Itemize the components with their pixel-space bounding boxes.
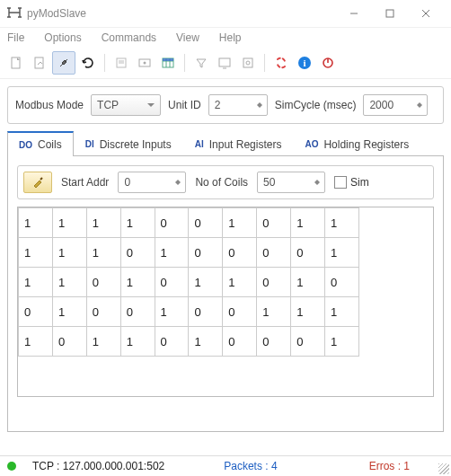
new-icon[interactable] (5, 52, 27, 74)
status-connection: TCP : 127.000.000.001:502 (32, 460, 164, 472)
start-addr-input[interactable]: 0 (118, 172, 186, 193)
statusbar: TCP : 127.000.000.001:502 Packets : 4 Er… (0, 455, 451, 476)
coil-cell[interactable]: 0 (257, 208, 291, 238)
coil-cell[interactable]: 1 (189, 327, 223, 357)
coil-cell[interactable]: 0 (257, 238, 291, 268)
coil-cell[interactable]: 1 (325, 327, 359, 357)
refresh-icon[interactable] (77, 52, 99, 74)
table-row: 1011010001 (19, 327, 359, 357)
coil-cell[interactable]: 0 (189, 297, 223, 327)
coil-cell[interactable]: 1 (86, 327, 120, 357)
coil-cell[interactable]: 1 (223, 208, 257, 238)
simcycle-label: SimCycle (msec) (275, 99, 357, 111)
screen-icon[interactable] (214, 52, 235, 74)
coil-cell[interactable]: 0 (325, 268, 359, 297)
coil-cell[interactable]: 1 (19, 208, 53, 238)
tab-discrete-inputs[interactable]: DIDiscrete Inputs (74, 131, 183, 156)
table-row: 1111001011 (19, 208, 359, 238)
connect-icon[interactable] (52, 51, 75, 75)
status-errors: Erros : 1 (369, 460, 410, 472)
menu-help[interactable]: Help (216, 30, 245, 46)
coil-cell[interactable]: 1 (325, 238, 359, 268)
separator (264, 54, 265, 72)
open-icon[interactable] (29, 52, 50, 74)
coil-cell[interactable]: 0 (257, 327, 291, 357)
coil-cell[interactable]: 1 (86, 208, 120, 238)
coil-cell[interactable]: 1 (52, 268, 86, 297)
sim-checkbox[interactable]: Sim (334, 176, 369, 190)
coil-cell[interactable]: 0 (155, 268, 189, 297)
app-icon (7, 6, 22, 21)
coil-cell[interactable]: 0 (86, 297, 120, 327)
tab-body: Start Addr 0 No of Coils 50 Sim 11110010… (7, 156, 444, 432)
monitor-icon[interactable] (134, 52, 155, 74)
table-icon[interactable] (157, 52, 179, 74)
coil-cell[interactable]: 1 (19, 327, 53, 357)
note-icon[interactable] (111, 52, 132, 74)
coil-cell[interactable]: 0 (19, 297, 53, 327)
minimize-button[interactable] (336, 0, 372, 27)
coil-cell[interactable]: 0 (155, 327, 189, 357)
settings-icon[interactable] (237, 52, 259, 74)
coil-cell[interactable]: 0 (120, 297, 155, 327)
coil-cell[interactable]: 1 (155, 297, 189, 327)
resize-grip-icon[interactable] (438, 463, 449, 474)
no-of-coils-input[interactable]: 50 (257, 172, 325, 193)
info-icon[interactable]: i (294, 52, 315, 74)
coil-cell[interactable]: 1 (120, 268, 155, 297)
svg-rect-8 (219, 58, 230, 66)
coil-cell[interactable]: 1 (291, 297, 325, 327)
svg-text:i: i (303, 57, 305, 68)
menu-options[interactable]: Options (40, 30, 84, 46)
coil-cell[interactable]: 1 (19, 238, 53, 268)
unit-id-input[interactable]: 2 (208, 94, 268, 116)
coil-cell[interactable]: 0 (223, 297, 257, 327)
coil-cell[interactable]: 1 (52, 297, 86, 327)
coil-cell[interactable]: 1 (120, 208, 155, 238)
menu-commands[interactable]: Commands (98, 30, 160, 46)
coil-cell[interactable]: 1 (291, 268, 325, 297)
coil-cell[interactable]: 1 (52, 238, 86, 268)
coil-cell[interactable]: 0 (189, 238, 223, 268)
coil-cell[interactable]: 0 (291, 238, 325, 268)
coil-cell[interactable]: 0 (223, 238, 257, 268)
clear-button[interactable] (23, 172, 52, 193)
coil-cell[interactable]: 1 (120, 327, 155, 357)
menu-view[interactable]: View (172, 30, 203, 46)
coil-cell[interactable]: 0 (155, 208, 189, 238)
coil-cell[interactable]: 1 (223, 268, 257, 297)
coil-cell[interactable]: 1 (291, 208, 325, 238)
coil-cell[interactable]: 1 (325, 208, 359, 238)
coil-cell[interactable]: 0 (257, 268, 291, 297)
coil-grid[interactable]: 1111001011111010000111010110100100100111… (17, 207, 434, 397)
coil-cell[interactable]: 0 (86, 268, 120, 297)
coil-cell[interactable]: 1 (155, 238, 189, 268)
svg-point-5 (144, 62, 146, 65)
coil-cell[interactable]: 1 (86, 238, 120, 268)
modbus-mode-select[interactable]: TCP (91, 94, 161, 116)
help-icon[interactable] (270, 52, 292, 74)
coil-cell[interactable]: 0 (120, 238, 155, 268)
coil-cell[interactable]: 1 (257, 297, 291, 327)
tabs: DOCoils DIDiscrete Inputs AIInput Regist… (7, 131, 444, 156)
coil-cell[interactable]: 0 (52, 327, 86, 357)
tab-coils[interactable]: DOCoils (7, 131, 74, 156)
menu-file[interactable]: File (4, 30, 28, 46)
table-row: 1101011010 (19, 268, 359, 297)
coil-cell[interactable]: 1 (189, 268, 223, 297)
simcycle-input[interactable]: 2000 (363, 94, 428, 116)
coil-cell[interactable]: 1 (325, 297, 359, 327)
coil-cell[interactable]: 0 (291, 327, 325, 357)
tab-holding-registers[interactable]: AOHolding Registers (293, 131, 420, 156)
coil-cell[interactable]: 1 (52, 208, 86, 238)
close-button[interactable] (408, 0, 444, 27)
status-led-icon (7, 462, 16, 471)
coil-cell[interactable]: 0 (189, 208, 223, 238)
coil-cell[interactable]: 0 (223, 327, 257, 357)
tab-input-registers[interactable]: AIInput Registers (183, 131, 294, 156)
maximize-button[interactable] (372, 0, 408, 27)
coil-cell[interactable]: 1 (19, 268, 53, 297)
power-icon[interactable] (317, 52, 339, 74)
filter-icon[interactable] (190, 52, 212, 74)
separator (184, 54, 185, 72)
